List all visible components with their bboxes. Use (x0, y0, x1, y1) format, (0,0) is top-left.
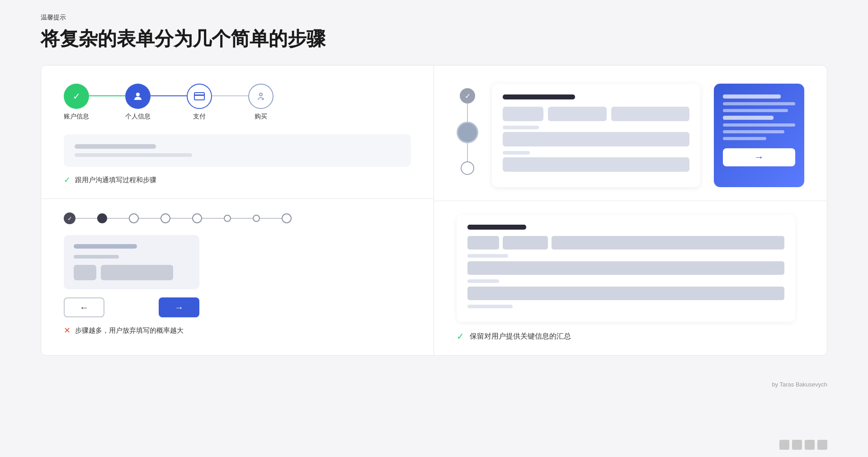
bottom-icon-3 (805, 440, 815, 450)
v-line-1 (467, 104, 468, 122)
rb-row-1 (467, 236, 784, 250)
rb-full-1 (467, 261, 784, 275)
svg-rect-2 (194, 94, 204, 96)
fc-sub-1 (503, 126, 539, 129)
dot-line-4 (170, 218, 192, 219)
v-step-current (457, 122, 478, 143)
dot-outline-2 (160, 213, 170, 223)
right-panel: ✓ (434, 66, 827, 355)
left-top-section: ✓ 账户信息 个人信息 (41, 66, 434, 199)
right-check-row: ✓ 保留对用户提供关键信息的汇总 (457, 322, 804, 342)
rb-box-2 (503, 236, 548, 250)
form-mockup-good (64, 134, 411, 167)
bc-line-5 (723, 123, 795, 127)
dot-filled (97, 213, 107, 223)
fc-title-1 (503, 94, 575, 99)
step-line-2 (151, 95, 187, 96)
vertical-stepper: ✓ (457, 84, 478, 187)
right-form-card (492, 84, 700, 187)
rb-full-2 (467, 287, 784, 300)
step-label-personal: 个人信息 (125, 113, 151, 121)
mini-btn-left (74, 265, 96, 280)
v-line-2 (467, 143, 468, 161)
fc-full-1 (503, 132, 689, 146)
prev-button[interactable]: ← (64, 297, 104, 317)
fc-field-lg-1 (611, 107, 689, 121)
next-button[interactable]: → (159, 297, 199, 317)
hint-label: 温馨提示 (41, 14, 827, 22)
fc-field-sm-2 (548, 107, 607, 121)
dot-stepper: ✓ (64, 212, 411, 224)
right-good-label: 保留对用户提供关键信息的汇总 (470, 332, 571, 341)
bc-line-2 (723, 102, 795, 105)
rb-box-3 (552, 236, 784, 250)
mini-form-buttons (74, 265, 189, 280)
step-circle-buy (248, 84, 274, 109)
step-item-2: 个人信息 (125, 84, 151, 121)
dot-outline-4 (282, 213, 292, 223)
dot-small-1 (224, 215, 231, 222)
dot-line-3 (139, 218, 160, 219)
fc-field-sm-1 (503, 107, 543, 121)
dot-line-1 (75, 218, 97, 219)
dot-line-5 (202, 218, 224, 219)
svg-point-3 (259, 93, 262, 96)
bottom-icon-4 (817, 440, 827, 450)
fc-sub-2 (503, 151, 530, 155)
dot-outline-3 (192, 213, 202, 223)
arrow-left-icon: ← (80, 302, 89, 313)
step-line-1 (89, 95, 125, 96)
blue-card-btn[interactable]: → (723, 148, 795, 166)
blue-summary-card: → (714, 84, 804, 187)
nav-buttons: ← → (64, 297, 199, 317)
fc-full-2 (503, 157, 689, 172)
dot-small-2 (253, 215, 260, 222)
right-bottom-section: ✓ 保留对用户提供关键信息的汇总 (434, 201, 827, 355)
bc-line-4 (723, 116, 774, 120)
step-circle-account: ✓ (64, 84, 89, 109)
check-icon-good: ✓ (64, 175, 71, 185)
v-step-check: ✓ (460, 88, 475, 104)
step-line-3 (212, 95, 248, 96)
dot-line-6 (231, 218, 253, 219)
bottom-icons (779, 440, 827, 450)
step-item-3: 支付 (187, 84, 212, 121)
dot-line-2 (107, 218, 129, 219)
bad-cross-row: ✕ 步骤越多，用户放弃填写的概率越大 (64, 325, 411, 335)
rb-narrow-2 (467, 279, 499, 283)
step-circle-personal (125, 84, 151, 109)
mini-form-sub (74, 255, 119, 259)
rb-title (467, 225, 526, 230)
right-top-section: ✓ (434, 66, 827, 201)
bc-line-1 (723, 94, 781, 99)
footer: by Taras Bakusevych (0, 374, 868, 395)
check-icon-right: ✓ (457, 331, 464, 342)
rb-narrow-1 (467, 254, 508, 258)
bottom-icon-1 (779, 440, 789, 450)
step-circle-payment (187, 84, 212, 109)
mini-form-title (74, 244, 137, 249)
step-item-4: 购买 (248, 84, 274, 121)
dot-line-7 (260, 218, 282, 219)
main-grid: ✓ 账户信息 个人信息 (41, 65, 827, 356)
bc-line-7 (723, 137, 766, 140)
step-label-payment: 支付 (193, 113, 206, 121)
arrow-right-icon: → (175, 302, 184, 313)
step-item-1: ✓ 账户信息 (64, 84, 89, 121)
page-title: 将复杂的表单分为几个简单的步骤 (41, 26, 827, 52)
footer-text: by Taras Bakusevych (772, 381, 827, 388)
fc-row-1 (503, 107, 689, 121)
mini-btn-right (101, 265, 173, 280)
rb-narrow-3 (467, 305, 513, 308)
bc-line-6 (723, 130, 784, 133)
cross-icon-bad: ✕ (64, 325, 71, 335)
good-label: 跟用户沟通填写过程和步骤 (75, 176, 156, 184)
step-label-account: 账户信息 (64, 113, 89, 121)
step-label-buy: 购买 (255, 113, 267, 121)
v-step-next (461, 161, 474, 175)
bottom-icon-2 (792, 440, 802, 450)
bc-line-3 (723, 109, 788, 112)
good-check-row: ✓ 跟用户沟通填写过程和步骤 (64, 175, 411, 185)
step-progress: ✓ 账户信息 个人信息 (64, 84, 411, 121)
left-bottom-section: ✓ (41, 199, 434, 355)
